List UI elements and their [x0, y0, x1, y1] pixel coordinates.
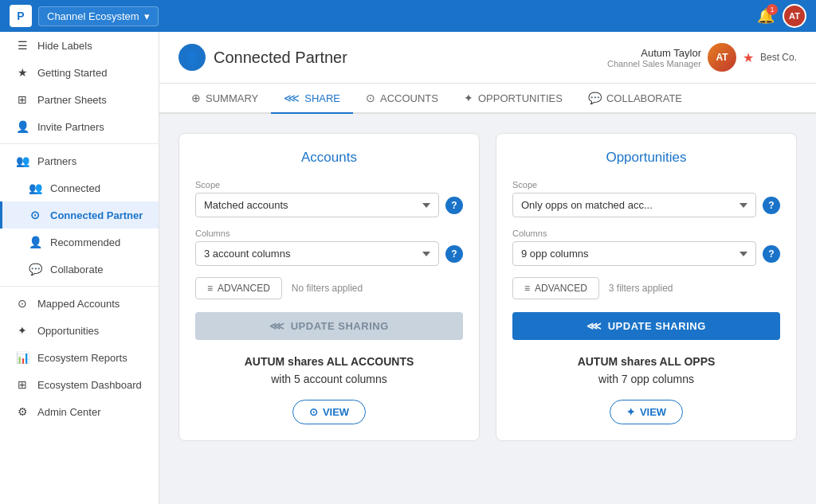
accounts-columns-wrapper: 3 account columns 5 account columns All … [195, 241, 463, 266]
opps-update-sharing-button[interactable]: ⋘ UPDATE SHARING [512, 312, 780, 340]
connected-icon: 👥 [28, 182, 42, 194]
app-name-label: Channel Ecosystem [47, 10, 139, 22]
opps-scope-select[interactable]: Only opps on matched acc... All opps No … [512, 193, 756, 217]
accounts-columns-select[interactable]: 3 account columns 5 account columns All … [195, 241, 439, 266]
opps-columns-wrapper: 9 opp columns 5 opp columns All columns … [512, 241, 780, 266]
opps-view-button[interactable]: ✦ VIEW [610, 400, 683, 424]
tab-opportunities-label: OPPORTUNITIES [478, 92, 563, 104]
collaborate-tab-icon: 💬 [588, 92, 602, 104]
partner-star-icon: ★ [743, 50, 754, 65]
share-tab-icon: ⋘ [284, 92, 300, 104]
opportunities-card: Opportunities Scope Only opps on matched… [496, 133, 797, 441]
opps-share-icon: ⋘ [586, 320, 602, 332]
notification-bell[interactable]: 🔔 1 [757, 7, 775, 25]
tab-share[interactable]: ⋘ SHARE [271, 84, 353, 114]
accounts-view-button[interactable]: ⊙ VIEW [292, 400, 366, 424]
accounts-columns-group: Columns 3 account columns 5 account colu… [195, 229, 463, 266]
person-icon: 👤 [184, 50, 200, 65]
tab-collaborate[interactable]: 💬 COLLABORATE [575, 84, 695, 114]
sidebar-label-connected-partner: Connected Partner [50, 209, 143, 221]
main-layout: ☰ Hide Labels ★ Getting Started ⊞ Partne… [0, 32, 816, 504]
sidebar-label-getting-started: Getting Started [37, 67, 107, 79]
opps-columns-label: Columns [512, 229, 780, 238]
accounts-tab-icon: ⊙ [366, 92, 375, 104]
sidebar-item-opportunities[interactable]: ✦ Opportunities [0, 317, 159, 344]
tab-summary-label: SUMMARY [206, 92, 258, 104]
invite-icon: 👤 [15, 120, 29, 133]
page-header-left: 👤 Connected Partner [178, 44, 347, 71]
accounts-update-sharing-button[interactable]: ⋘ UPDATE SHARING [195, 312, 463, 340]
opps-icon: ✦ [15, 324, 29, 337]
tab-share-label: SHARE [304, 92, 340, 104]
opps-scope-wrapper: Only opps on matched acc... All opps No … [512, 193, 780, 217]
accounts-scope-select[interactable]: Matched accounts All accounts No account… [195, 193, 439, 217]
reports-icon: 📊 [15, 351, 29, 364]
sidebar-label-invite-partners: Invite Partners [37, 121, 104, 133]
sidebar-label-partner-sheets: Partner Sheets [37, 94, 107, 106]
sidebar-item-collaborate[interactable]: 💬 Collaborate [0, 256, 159, 283]
accounts-filters-text: No filters applied [292, 283, 363, 294]
opps-filters-text: 3 filters applied [609, 283, 673, 294]
opps-advanced-button[interactable]: ≡ ADVANCED [512, 277, 599, 299]
opps-scope-label: Scope [512, 180, 780, 189]
sidebar-label-ecosystem-reports: Ecosystem Reports [37, 352, 128, 364]
sidebar-label-connected: Connected [50, 182, 100, 194]
opps-columns-help[interactable]: ? [763, 245, 780, 263]
sidebar-item-recommended[interactable]: 👤 Recommended [0, 229, 159, 256]
opps-columns-select[interactable]: 9 opp columns 5 opp columns All columns [512, 241, 756, 266]
sidebar-item-admin-center[interactable]: ⚙ Admin Center [0, 398, 159, 425]
content-area: 👤 Connected Partner Autum Taylor Channel… [159, 32, 816, 504]
mapped-accounts-icon: ⊙ [15, 297, 29, 310]
sidebar-item-partners[interactable]: 👥 Partners [0, 147, 159, 174]
sidebar-item-ecosystem-reports[interactable]: 📊 Ecosystem Reports [0, 344, 159, 371]
sidebar-item-connected-partner[interactable]: ⊙ Connected Partner [0, 201, 159, 229]
star-icon: ★ [15, 66, 29, 79]
sidebar-label-hide-labels: Hide Labels [37, 40, 92, 52]
sidebar-label-partners: Partners [37, 155, 76, 167]
tab-summary[interactable]: ⊕ SUMMARY [178, 84, 271, 114]
app-name-dropdown[interactable]: Channel Ecosystem ▾ [38, 6, 159, 26]
user-role: Channel Sales Manager [607, 59, 701, 68]
accounts-columns-help[interactable]: ? [445, 245, 463, 263]
sidebar-item-invite-partners[interactable]: 👤 Invite Partners [0, 113, 159, 140]
chevron-down-icon: ▾ [144, 10, 150, 22]
tab-opportunities[interactable]: ✦ OPPORTUNITIES [451, 84, 575, 114]
app-logo[interactable]: P [10, 5, 32, 27]
tab-accounts[interactable]: ⊙ ACCOUNTS [353, 84, 451, 114]
sidebar: ☰ Hide Labels ★ Getting Started ⊞ Partne… [0, 32, 159, 504]
page-header: 👤 Connected Partner Autum Taylor Channel… [159, 32, 816, 84]
opps-view-icon: ✦ [626, 406, 635, 418]
sidebar-item-mapped-accounts[interactable]: ⊙ Mapped Accounts [0, 290, 159, 317]
accounts-scope-help[interactable]: ? [445, 197, 463, 214]
tab-collaborate-label: COLLABORATE [606, 92, 682, 104]
summary-tab-icon: ⊕ [191, 92, 201, 104]
accounts-card: Accounts Scope Matched accounts All acco… [178, 133, 480, 441]
opps-view-label: VIEW [640, 406, 666, 418]
sidebar-label-recommended: Recommended [50, 236, 120, 248]
opportunities-card-title: Opportunities [512, 150, 780, 166]
accounts-advanced-label: ADVANCED [218, 283, 270, 294]
sidebar-item-partner-sheets[interactable]: ⊞ Partner Sheets [0, 86, 159, 113]
sidebar-item-getting-started[interactable]: ★ Getting Started [0, 59, 159, 86]
opps-scope-help[interactable]: ? [763, 197, 780, 214]
tab-bar: ⊕ SUMMARY ⋘ SHARE ⊙ ACCOUNTS ✦ OPPORTUNI… [159, 84, 816, 114]
tab-accounts-label: ACCOUNTS [380, 92, 438, 104]
filter-icon: ≡ [207, 283, 213, 294]
accounts-advanced-button[interactable]: ≡ ADVANCED [195, 277, 282, 299]
opps-columns-group: Columns 9 opp columns 5 opp columns All … [512, 229, 780, 266]
sidebar-label-mapped-accounts: Mapped Accounts [37, 298, 120, 310]
user-avatar: AT [708, 43, 736, 72]
accounts-share-icon: ⋘ [269, 320, 284, 332]
sidebar-item-connected[interactable]: 👥 Connected [0, 174, 159, 201]
topbar: P Channel Ecosystem ▾ 🔔 1 AT [0, 0, 816, 32]
body-content: Accounts Scope Matched accounts All acco… [159, 114, 816, 504]
sidebar-label-collaborate: Collaborate [50, 264, 104, 275]
sidebar-item-ecosystem-dashboard[interactable]: ⊞ Ecosystem Dashboard [0, 371, 159, 398]
user-avatar-topbar[interactable]: AT [783, 4, 806, 28]
accounts-scope-group: Scope Matched accounts All accounts No a… [195, 180, 463, 217]
sidebar-item-hide-labels[interactable]: ☰ Hide Labels [0, 32, 159, 59]
connected-partner-icon: ⊙ [28, 209, 42, 221]
opps-tab-icon: ✦ [464, 92, 473, 104]
accounts-summary-line2: with 5 account columns [271, 373, 387, 385]
opps-advanced-row: ≡ ADVANCED 3 filters applied [512, 277, 780, 299]
